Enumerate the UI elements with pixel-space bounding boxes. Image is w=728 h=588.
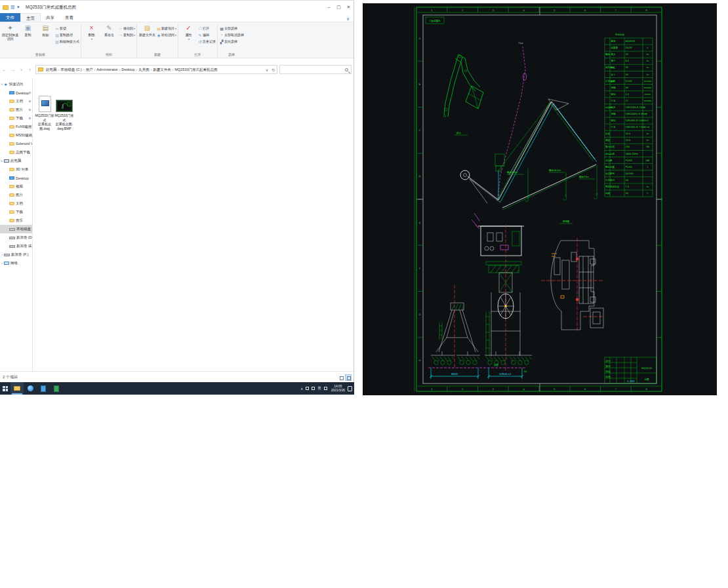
copy-path-button[interactable]: ▥复制路径 <box>54 31 79 38</box>
breadcrumb-bar[interactable]: 此电脑›本地磁盘 (C:)›用户›Administrator›Desktop›丸… <box>35 65 277 74</box>
refresh-icon[interactable]: ↻ <box>270 68 277 72</box>
sidebar-item[interactable]: 视频 <box>0 182 32 191</box>
volume-tray-icon[interactable] <box>324 387 327 390</box>
sidebar-item[interactable]: 文档 <box>0 199 32 208</box>
sidebar-item[interactable]: 音乐 <box>0 216 32 225</box>
breadcrumb-segment[interactable]: 此电脑 <box>45 68 58 72</box>
invert-selection-button[interactable]: ▞反向选择 <box>219 38 244 45</box>
zone-number-bottom: 6 <box>584 388 586 391</box>
tab-share[interactable]: 共享 <box>41 13 60 22</box>
move-to-button[interactable]: →移动到▾ <box>118 25 135 31</box>
address-dropdown-icon[interactable]: ∨ <box>264 68 270 72</box>
breadcrumb-segment[interactable]: MQ2533门座式起重机总图 <box>174 68 218 72</box>
up-icon[interactable]: ↑ <box>26 68 34 72</box>
close-button[interactable]: ✕ <box>344 3 354 12</box>
sidebar-item[interactable]: FuN9规格技术资料 <box>0 123 32 131</box>
breadcrumb-segment[interactable]: 新建文件夹 <box>152 68 172 72</box>
quick-access-customize-icon[interactable]: ▾ <box>17 5 22 10</box>
title-block: MQ25/33 总图 1:100 设计校对审核批准 <box>605 357 657 383</box>
back-icon[interactable]: ← <box>0 67 9 73</box>
select-none-button[interactable]: ▫全部取消选择 <box>219 31 244 38</box>
select-all-button[interactable]: ▦全部选择 <box>219 25 244 31</box>
recent-locations-icon[interactable]: ∨ <box>17 68 26 71</box>
pin-button[interactable]: ✦固定到快速访问 <box>1 23 19 41</box>
minimize-button[interactable]: – <box>324 3 334 12</box>
details-view-icon[interactable] <box>338 374 344 381</box>
forward-icon[interactable]: → <box>9 67 17 73</box>
dropdown-caret-icon: ▾ <box>134 27 135 30</box>
sidebar-item[interactable]: 3D 对象 <box>0 165 32 174</box>
sidebar-section-2[interactable]: ›新加卷 (F:) <box>0 250 32 259</box>
rename-button[interactable]: ✎重命名 <box>100 23 118 37</box>
new-folder-button[interactable]: ▨新建文件夹 <box>138 23 156 37</box>
file-item-bmp[interactable]: MQ2533门座式起重机总图.dwg.BMP <box>54 83 75 130</box>
file-list-pane[interactable]: MQ2533门座式起重机总图.dwgMQ2533门座式起重机总图.dwg.BMP <box>33 78 354 371</box>
new-item-button[interactable]: ▤新建项目▾ <box>156 25 176 31</box>
tray-expand-icon[interactable]: ∧ <box>300 387 303 391</box>
file-item-dwg[interactable]: MQ2533门座式起重机总图.dwg <box>34 83 55 130</box>
sidebar-item[interactable]: 新加卷 (D:) <box>0 233 32 242</box>
sidebar-item[interactable]: 文档 <box>0 97 32 106</box>
cut-button[interactable]: ✂剪切 <box>54 25 79 31</box>
sidebar-item[interactable]: 总图下载 <box>0 148 32 157</box>
taskbar-clock[interactable]: 14:05 2021/3/26 <box>331 385 345 392</box>
dim-small-label: 50 <box>524 370 527 373</box>
sidebar-item[interactable]: 下载 <box>0 114 32 123</box>
sidebar-section-label: 此电脑 <box>10 159 22 163</box>
sidebar-item[interactable]: Solenoid Valve阀 <box>0 140 32 148</box>
sidebar-item[interactable]: Desktop <box>0 88 32 97</box>
sidebar-item[interactable]: Desktop <box>0 174 32 182</box>
cad-app-taskbar-button[interactable] <box>37 382 50 395</box>
history-button[interactable]: ↺历史记录 <box>197 38 216 45</box>
delete-button[interactable]: ×删除▾ <box>83 23 100 41</box>
paste-shortcut-button[interactable]: ▧粘贴快捷方式 <box>54 38 79 45</box>
sidebar-section-3[interactable]: ›网络 <box>0 259 32 267</box>
sidebar-item[interactable]: 新加卷 (E:) <box>0 242 32 250</box>
properties-button[interactable]: ✓属性▾ <box>180 23 197 41</box>
copy-to-button[interactable]: →复制到▾ <box>118 31 135 38</box>
browser-taskbar-button[interactable] <box>24 382 37 395</box>
ime-indicator[interactable]: 英 <box>317 386 321 391</box>
paste-button[interactable]: ▤粘贴 <box>37 23 54 37</box>
copy-button[interactable]: ▣复制 <box>19 23 37 37</box>
sidebar-section-1[interactable]: ∨此电脑 <box>0 157 32 165</box>
sidebar-item[interactable]: 下载 <box>0 208 32 216</box>
breadcrumb-segment[interactable]: Administrator <box>96 68 118 71</box>
tab-view[interactable]: 查看 <box>60 13 79 22</box>
open-button[interactable]: □打开 <box>197 25 216 31</box>
sidebar-item[interactable]: 本地磁盘 (C:) <box>0 225 32 233</box>
folder-icon <box>9 210 14 214</box>
search-input[interactable] <box>280 68 345 71</box>
sidebar-item-label: MS50规格技术资料 <box>16 133 32 138</box>
ground-and-dimensions: 轨面 6500 10500±2 50 <box>428 363 527 379</box>
start-button[interactable] <box>0 382 10 395</box>
display-tray-icon[interactable] <box>306 387 309 390</box>
file-explorer-taskbar-button[interactable] <box>10 382 24 395</box>
search-box[interactable] <box>279 65 352 74</box>
quick-access-toolbar-icon[interactable]: ▥ <box>10 5 16 10</box>
action-center-icon[interactable] <box>348 386 352 391</box>
button-label: 复制路径 <box>60 33 73 37</box>
tab-home[interactable]: 主页 <box>20 13 41 22</box>
network-tray-icon[interactable] <box>312 387 315 390</box>
notes-app-taskbar-button[interactable] <box>50 382 63 395</box>
maximize-button[interactable]: ▢ <box>334 3 344 12</box>
sidebar-item-label: 图片 <box>16 193 23 197</box>
ribbon-expand-icon[interactable]: ∨ <box>346 16 350 22</box>
large-icons-view-icon[interactable] <box>345 374 352 381</box>
edit-button[interactable]: ✎编辑 <box>197 31 216 38</box>
breadcrumb-segment[interactable]: 丸美图 <box>138 68 150 72</box>
breadcrumb-segment[interactable]: 用户 <box>85 68 94 72</box>
breadcrumb-segment[interactable]: 本地磁盘 (C:) <box>60 68 83 72</box>
dropdown-caret-icon: ▾ <box>91 37 92 41</box>
tab-file[interactable]: 文件 <box>0 13 20 22</box>
sidebar-item[interactable]: MS50规格技术资料 <box>0 131 32 140</box>
sidebar-item[interactable]: 图片 <box>0 106 32 114</box>
table-cell: 轨距 <box>605 132 611 135</box>
breadcrumb-segment[interactable]: Desktop <box>121 68 135 71</box>
sidebar-section-0[interactable]: ∨★快速访问 <box>0 80 32 88</box>
easy-access-button[interactable]: ◆轻松访问▾ <box>156 31 176 38</box>
cut-icon: ✂ <box>54 26 60 31</box>
sidebar-item[interactable]: 图片 <box>0 191 32 199</box>
table-cell: 约200 <box>626 159 632 162</box>
